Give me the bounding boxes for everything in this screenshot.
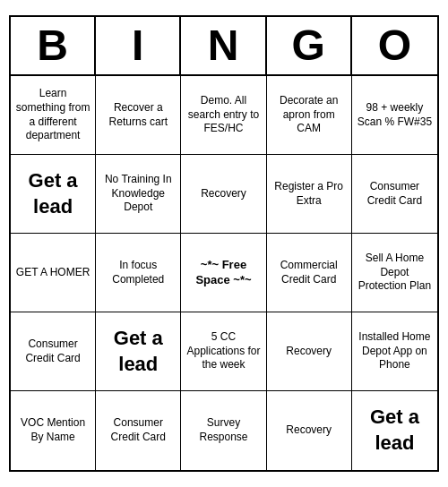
- bingo-card: BINGO Learn something from a different d…: [9, 15, 439, 472]
- bingo-cell-24: Get a lead: [352, 391, 437, 470]
- bingo-cell-11: In focus Completed: [96, 234, 181, 312]
- bingo-cell-17: 5 CC Applications for the week: [181, 312, 266, 391]
- bingo-cell-14: Sell A Home Depot Protection Plan: [352, 234, 437, 312]
- bingo-cell-3: Decorate an apron from CAM: [267, 76, 352, 155]
- bingo-cell-19: Installed Home Depot App on Phone: [352, 312, 437, 391]
- bingo-letter-i: I: [96, 17, 181, 74]
- bingo-cell-18: Recovery: [267, 312, 352, 391]
- bingo-cell-1: Recover a Returns cart: [96, 76, 181, 155]
- bingo-letter-n: N: [181, 17, 266, 74]
- bingo-cell-10: GET A HOMER: [11, 234, 96, 312]
- bingo-cell-21: Consumer Credit Card: [96, 391, 181, 470]
- bingo-grid: Learn something from a different departm…: [11, 76, 437, 470]
- bingo-cell-2: Demo. All search entry to FES/HC: [181, 76, 266, 155]
- bingo-cell-13: Commercial Credit Card: [267, 234, 352, 312]
- bingo-cell-16: Get a lead: [96, 312, 181, 391]
- bingo-cell-5: Get a lead: [11, 155, 96, 234]
- bingo-cell-6: No Training In Knowledge Depot: [96, 155, 181, 234]
- bingo-cell-12: ~*~ Free Space ~*~: [181, 234, 266, 312]
- bingo-cell-7: Recovery: [181, 155, 266, 234]
- bingo-header: BINGO: [11, 17, 437, 76]
- bingo-letter-b: B: [11, 17, 96, 74]
- bingo-cell-23: Recovery: [267, 391, 352, 470]
- bingo-cell-22: Survey Response: [181, 391, 266, 470]
- bingo-letter-g: G: [267, 17, 352, 74]
- bingo-cell-8: Register a Pro Extra: [267, 155, 352, 234]
- bingo-letter-o: O: [352, 17, 437, 74]
- bingo-cell-0: Learn something from a different departm…: [11, 76, 96, 155]
- bingo-cell-15: Consumer Credit Card: [11, 312, 96, 391]
- bingo-cell-4: 98 + weekly Scan % FW#35: [352, 76, 437, 155]
- bingo-cell-20: VOC Mention By Name: [11, 391, 96, 470]
- bingo-cell-9: Consumer Credit Card: [352, 155, 437, 234]
